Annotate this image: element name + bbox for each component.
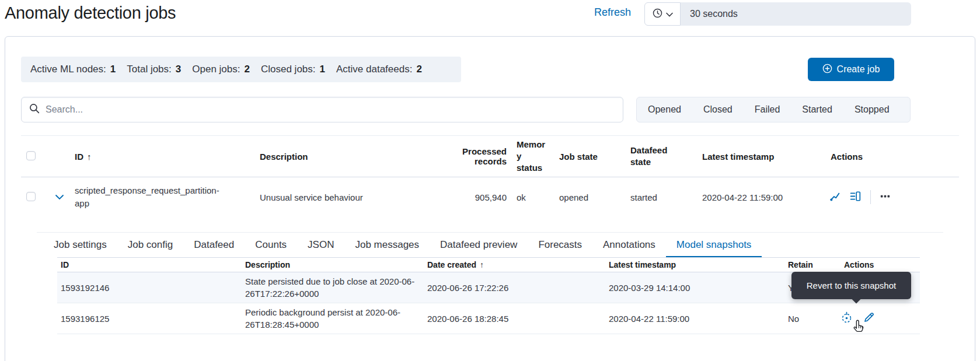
snapshot-latest-timestamp: 2020-03-29 14:14:00 [605, 283, 784, 293]
filter-stopped[interactable]: Stopped [843, 97, 901, 122]
sort-ascending-icon: ↑ [87, 152, 92, 162]
col-latest-timestamp[interactable]: Latest timestamp [697, 152, 826, 162]
filter-failed[interactable]: Failed [744, 97, 791, 122]
col-processed-records[interactable]: Processed records [432, 146, 512, 166]
tab-datafeed[interactable]: Datafeed [183, 233, 245, 257]
snapshot-date-created: 2020-06-26 18:28:45 [424, 314, 605, 324]
snapshot-latest-timestamp: 2020-04-22 11:59:00 [605, 314, 784, 324]
job-stats-bar: Active ML nodes:1 Total jobs:3 Open jobs… [21, 57, 461, 82]
tab-model-snapshots[interactable]: Model snapshots [666, 233, 762, 257]
filter-started[interactable]: Started [791, 97, 843, 122]
stats-row: Active ML nodes:1 Total jobs:3 Open jobs… [21, 57, 959, 82]
job-datafeed-state: started [630, 192, 697, 202]
stat-open-jobs: Open jobs:2 [192, 64, 250, 75]
sort-ascending-icon: ↑ [480, 260, 484, 269]
clock-icon [653, 8, 662, 20]
tab-job-messages[interactable]: Job messages [344, 233, 430, 257]
col-memory-status[interactable]: Memory status [512, 139, 559, 174]
top-bar: Anomaly detection jobs Refresh 30 second… [0, 0, 980, 33]
results-table-icon [850, 191, 861, 204]
collapse-row-button[interactable] [53, 191, 67, 204]
refresh-interval-field[interactable]: 30 seconds [681, 2, 911, 26]
col-job-state[interactable]: Job state [559, 152, 630, 162]
job-state: opened [559, 192, 630, 202]
jobs-panel: Active ML nodes:1 Total jobs:3 Open jobs… [5, 36, 975, 361]
snapshot-description: State persisted due to job close at 2020… [242, 272, 424, 303]
job-id: scripted_response_request_partition-app [75, 184, 228, 210]
jobs-table: ID↑ Description Processed records Memory… [21, 135, 959, 334]
stat-active-ml-nodes: Active ML nodes:1 [30, 64, 116, 75]
col-snapshot-id[interactable]: ID [57, 260, 242, 269]
edit-snapshot-button[interactable] [863, 312, 874, 325]
tab-annotations[interactable]: Annotations [592, 233, 666, 257]
actions-divider [870, 190, 871, 204]
model-snapshots-table: ID Description Date created↑ Latest time… [57, 257, 920, 334]
job-memory-status: ok [512, 192, 559, 202]
col-datafeed-state[interactable]: Datafeed state [630, 145, 697, 168]
refresh-interval-value: 30 seconds [690, 9, 738, 19]
quick-select-button[interactable] [644, 2, 681, 26]
snapshot-date-created: 2020-06-26 17:22:26 [424, 283, 605, 293]
filter-opened[interactable]: Opened [637, 97, 692, 122]
snapshot-row: 1593192146 State persisted due to job cl… [57, 272, 920, 303]
col-snapshot-actions: Actions [841, 260, 939, 269]
create-job-button[interactable]: Create job [808, 58, 894, 81]
search-row: Opened Closed Failed Started Stopped Gro… [21, 97, 911, 122]
col-actions: Actions [826, 152, 959, 162]
filter-closed[interactable]: Closed [692, 97, 744, 122]
tab-job-settings[interactable]: Job settings [43, 233, 117, 257]
tab-counts[interactable]: Counts [245, 233, 297, 257]
view-in-anomaly-explorer-button[interactable] [850, 191, 861, 204]
more-actions-button[interactable] [880, 191, 890, 203]
stat-active-datafeeds: Active datafeeds:2 [336, 64, 422, 75]
stat-total-jobs: Total jobs:3 [127, 64, 181, 75]
col-description[interactable]: Description [260, 152, 432, 162]
chevron-down-icon [666, 9, 673, 19]
snapshot-actions [841, 311, 940, 325]
plus-circle-icon [822, 64, 832, 76]
refresh-button[interactable]: Refresh [594, 6, 631, 19]
job-description: Unusual service behaviour [260, 192, 432, 202]
more-horizontal-icon [880, 191, 890, 203]
snapshot-row: 1593196125 Periodic background persist a… [57, 303, 920, 334]
revert-snapshot-tooltip: Revert to this snapshot [791, 272, 911, 299]
chevron-down-icon [55, 193, 64, 202]
snapshot-id: 1593196125 [57, 314, 242, 324]
jobs-table-header: ID↑ Description Processed records Memory… [21, 135, 959, 177]
select-all-checkbox[interactable] [26, 151, 36, 160]
col-id[interactable]: ID↑ [75, 152, 260, 162]
search-input[interactable] [46, 104, 615, 115]
revert-snapshot-button[interactable] [841, 311, 853, 325]
stat-closed-jobs: Closed jobs:1 [261, 64, 325, 75]
tab-forecasts[interactable]: Forecasts [528, 233, 592, 257]
view-in-single-metric-viewer-button[interactable] [829, 191, 841, 204]
snapshot-description: Periodic background persist at 2020-06-2… [242, 303, 424, 334]
tab-json[interactable]: JSON [297, 233, 344, 257]
job-latest-timestamp: 2020-04-22 11:59:00 [697, 192, 826, 202]
search-box [21, 97, 623, 122]
pencil-icon [863, 312, 874, 325]
line-chart-icon [829, 191, 841, 204]
snapshot-retain: No [784, 314, 841, 324]
snapshot-id: 1593192146 [57, 283, 242, 293]
job-actions [826, 190, 959, 204]
col-date-created[interactable]: Date created↑ [424, 260, 605, 269]
auto-refresh-picker: 30 seconds [644, 2, 911, 26]
col-snapshot-latest-timestamp[interactable]: Latest timestamp [605, 260, 784, 269]
search-icon [29, 103, 40, 116]
snapshots-table-header: ID Description Date created↑ Latest time… [57, 257, 920, 272]
tab-job-config[interactable]: Job config [117, 233, 184, 257]
job-processed-records: 905,940 [432, 192, 512, 202]
filter-group: Opened Closed Failed Started Stopped Gro… [636, 97, 911, 122]
page-title: Anomaly detection jobs [5, 3, 176, 23]
job-detail-tabs: Job settings Job config Datafeed Counts … [37, 233, 943, 257]
revert-target-icon [841, 311, 853, 325]
job-row: scripted_response_request_partition-app … [21, 177, 959, 217]
col-snapshot-description[interactable]: Description [242, 260, 424, 269]
tab-datafeed-preview[interactable]: Datafeed preview [430, 233, 528, 257]
group-dropdown[interactable]: Group [901, 97, 911, 122]
row-checkbox[interactable] [26, 192, 36, 201]
col-retain[interactable]: Retain [784, 260, 841, 269]
